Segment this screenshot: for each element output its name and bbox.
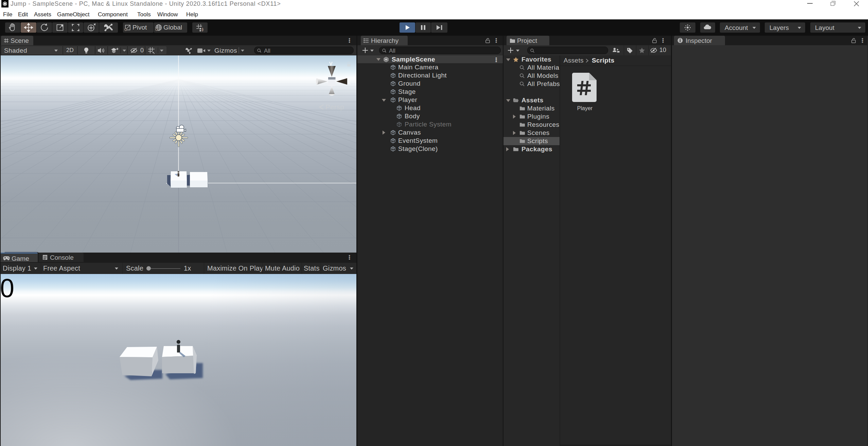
svg-text:y: y — [329, 59, 333, 67]
svg-text:Persp: Persp — [325, 103, 344, 111]
svg-text:0: 0 — [0, 274, 14, 303]
svg-text:x: x — [348, 79, 351, 86]
